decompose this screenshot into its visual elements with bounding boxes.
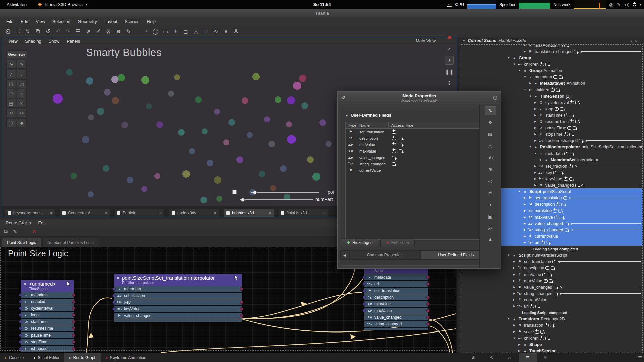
tree-row[interactable]: ▶●MetadataSetAnimation (461, 80, 642, 86)
import-icon[interactable]: ⇲ (23, 27, 33, 36)
fields-table[interactable]: TypeNameAccess Type⚑set_translation"ades… (345, 122, 494, 240)
expander-icon[interactable]: ▼ (529, 95, 533, 98)
tree-row[interactable]: ▼•metadata (461, 74, 642, 80)
text-icon[interactable]: A (231, 27, 241, 36)
geometry-tool-5[interactable]: ◿ (17, 79, 27, 88)
node-field-row[interactable]: 1.0set_fraction (114, 293, 241, 299)
geometry-tool-10[interactable]: ↻ (6, 109, 16, 117)
geometry-tool-8[interactable]: ▤ (6, 99, 16, 108)
geometry-tool-6[interactable]: ◠ (6, 89, 16, 98)
menu-help[interactable]: Help (143, 18, 159, 25)
geometry-tool-11[interactable]: ✂ (17, 109, 27, 117)
expander-icon[interactable]: ▼ (529, 145, 533, 148)
node-field-row[interactable]: "adescription (364, 294, 428, 300)
expander-icon[interactable]: ▶ (534, 139, 538, 142)
file-tab[interactable]: beyond-germa...✕ (5, 208, 55, 217)
output-connector[interactable] (72, 347, 75, 350)
script-icon[interactable]: xʸ (485, 224, 496, 232)
properties-icon[interactable]: ✎ (537, 353, 555, 362)
tree-row[interactable]: ▼●TransformRectangle2D (461, 316, 642, 322)
input-connector[interactable] (19, 293, 22, 297)
window-titlebar[interactable]: Titania (0, 9, 644, 17)
field-row[interactable]: #currentValue (346, 167, 493, 173)
expander-icon[interactable]: ▶ (534, 177, 538, 180)
sound-icon[interactable]: ◖ (485, 200, 496, 209)
input-connector[interactable] (112, 287, 116, 291)
view-menu-shading[interactable]: Shading (21, 38, 45, 45)
node-field-row[interactable]: •metadata (114, 286, 241, 292)
node-field-row[interactable]: ⊘stopTime (21, 339, 74, 345)
node-field-row[interactable]: "a≡string_changed (364, 321, 428, 327)
library-icon[interactable]: ⌂ (500, 353, 519, 362)
file-tab[interactable]: Particle✕ (114, 208, 165, 217)
input-connector[interactable] (112, 294, 116, 297)
node-field-row[interactable]: ⊘cycleInterval (21, 305, 74, 311)
layers-icon[interactable]: ≋ (485, 165, 496, 174)
input-connector[interactable] (363, 309, 366, 312)
expander-icon[interactable]: ▶ (524, 241, 528, 244)
undo-icon[interactable]: ↶ (53, 27, 63, 36)
app-menu-button[interactable]: ✺ Titania X3D Browser ▾ (36, 0, 89, 9)
tree-row[interactable]: ▶#value_changed (461, 284, 642, 290)
input-connector[interactable] (19, 300, 22, 303)
expander-icon[interactable]: ▶ (524, 44, 528, 47)
close-icon[interactable]: ✕ (214, 211, 217, 215)
expander-icon[interactable]: ▶ (534, 133, 538, 136)
slider-track[interactable] (251, 192, 319, 193)
zoom-icon[interactable]: ⌕ (445, 45, 454, 53)
expander-icon[interactable]: ▼ (507, 56, 512, 59)
input-connector[interactable] (363, 296, 366, 299)
expander-icon[interactable]: ▶ (524, 196, 528, 199)
node-field-row[interactable]: 1.0≡key (114, 299, 241, 305)
output-connector[interactable] (426, 296, 430, 299)
humanoid-icon[interactable]: ♟ (485, 235, 496, 244)
output-connector[interactable] (426, 322, 430, 326)
expander-icon[interactable]: ▶ (534, 171, 538, 174)
field-row[interactable]: "a≡string_changed (346, 161, 493, 167)
input-connector[interactable] (19, 347, 22, 350)
node-field-row[interactable]: 1.0maxValue (364, 308, 428, 314)
expander-icon[interactable]: ▶ (513, 260, 517, 263)
expander-icon[interactable]: ▶ (534, 101, 538, 104)
tree-row[interactable]: ▶●TouchSensor (461, 348, 642, 353)
file-tab[interactable]: node.x3dv✕ (169, 208, 219, 217)
close-icon[interactable]: ✕ (104, 211, 107, 215)
close-icon[interactable]: ✕ (323, 211, 326, 215)
expander-icon[interactable]: ▶ (534, 107, 538, 110)
input-connector[interactable] (19, 320, 22, 323)
menu-selection[interactable]: Selection (49, 18, 74, 25)
tree-row[interactable]: ▶⚑translation (461, 322, 642, 328)
stop-button[interactable] (232, 190, 237, 194)
expander-icon[interactable]: ▶ (534, 126, 538, 129)
output-connector[interactable] (426, 282, 430, 286)
rename-icon[interactable]: ✎ (13, 229, 17, 235)
output-connector[interactable] (426, 309, 430, 312)
expander-icon[interactable]: ▶ (513, 286, 517, 289)
appearance-icon[interactable]: ❖ (485, 118, 496, 127)
menu-layout[interactable]: Layout (101, 18, 121, 25)
bottom-tab-route-graph[interactable]: ●Route Graph (64, 353, 101, 362)
cone-icon[interactable]: △ (191, 27, 201, 36)
output-connector[interactable] (240, 287, 243, 291)
lift-icon[interactable]: ⇕ (445, 79, 454, 87)
add-field-button[interactable]: ✚Hinzufügen (341, 238, 378, 247)
view-menu-show[interactable]: Show (45, 38, 63, 45)
output-connector[interactable] (426, 276, 430, 279)
output-connector[interactable] (72, 313, 75, 317)
route-graph-menu-edit[interactable]: Edit (34, 219, 49, 226)
input-connector[interactable] (19, 334, 22, 337)
expander-icon[interactable]: ▶ (524, 209, 528, 212)
node-field-row[interactable]: ⚑value_changed (114, 313, 241, 319)
transform-tool-icon[interactable]: ⬈ (83, 27, 93, 36)
brush-icon[interactable]: ✐ (93, 27, 103, 36)
menu-geometry[interactable]: Geometry (74, 18, 101, 25)
close-icon[interactable]: ✕ (159, 211, 162, 215)
tree-row[interactable]: ▶#currentValue (461, 297, 642, 303)
expander-icon[interactable]: ▶ (534, 165, 538, 168)
slider-handle[interactable] (241, 198, 245, 202)
expander-icon[interactable]: ▶ (534, 114, 538, 117)
text-icon[interactable]: ab (485, 153, 496, 162)
expander-icon[interactable]: ▼ (507, 317, 512, 320)
dialog-tab[interactable]: Common Properties (349, 250, 420, 260)
expander-icon[interactable]: ▶ (513, 305, 517, 308)
